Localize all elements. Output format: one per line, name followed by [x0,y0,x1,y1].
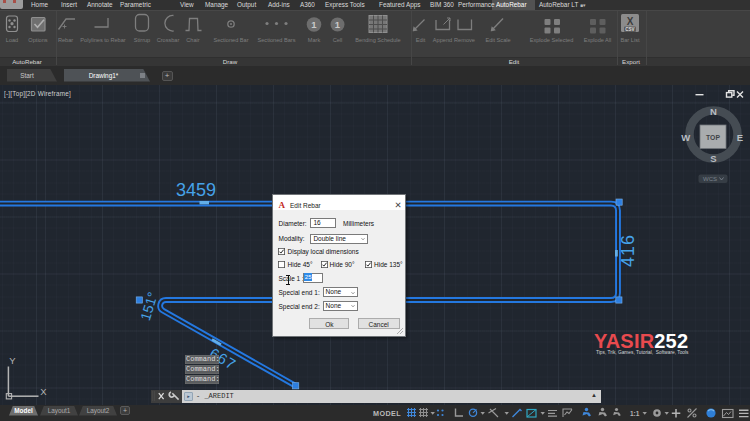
svg-text:1:1: 1:1 [630,410,640,417]
svg-text:1: 1 [311,19,317,30]
svg-text:WCS: WCS [703,176,717,182]
svg-text:E: E [737,132,743,143]
svg-text:Y: Y [9,355,16,366]
svg-text:1: 1 [335,19,341,30]
svg-text:N: N [710,106,717,117]
svg-text:W: W [681,132,690,143]
svg-text:TOP: TOP [706,134,720,141]
svg-text:S: S [710,153,716,164]
svg-text:CSV: CSV [625,27,634,32]
svg-text:X: X [627,16,634,27]
svg-text:X: X [40,386,47,397]
